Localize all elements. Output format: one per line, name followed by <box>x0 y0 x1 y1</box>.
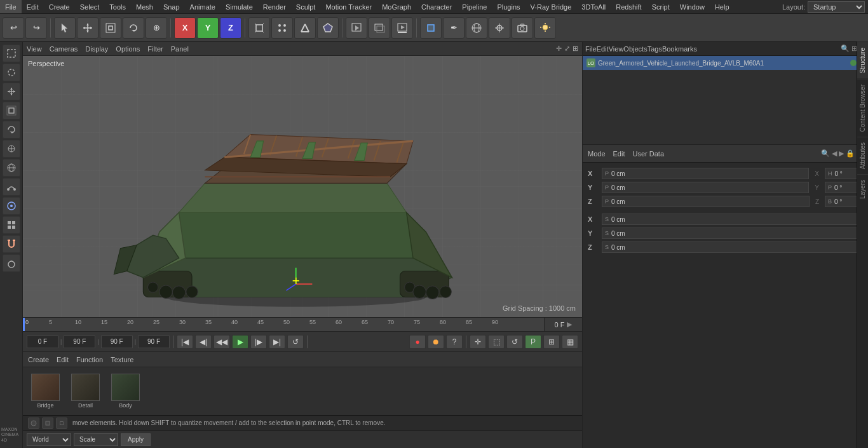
sidebar-selection-btn[interactable] <box>3 44 20 62</box>
render-animation-button[interactable] <box>391 17 413 39</box>
render-viewport-button[interactable] <box>346 17 367 39</box>
view-3d-button[interactable] <box>466 17 487 39</box>
vp-cameras-menu[interactable]: Cameras <box>50 45 78 53</box>
x-axis-button[interactable]: X <box>174 17 196 39</box>
object-mode-button[interactable] <box>248 17 270 39</box>
menu-create[interactable]: Create <box>44 0 75 13</box>
transform-mode-btn4[interactable]: P <box>525 335 541 349</box>
go-to-start-button[interactable]: |◀ <box>177 335 193 349</box>
vp-filter-menu[interactable]: Filter <box>147 45 163 53</box>
menu-mesh[interactable]: Mesh <box>131 0 158 13</box>
vtab-structure[interactable]: Structure <box>857 42 868 79</box>
material-create-menu[interactable]: Create <box>28 356 49 363</box>
attr-mode-menu[interactable]: Mode <box>588 150 606 158</box>
menu-file[interactable]: File <box>0 0 22 13</box>
sidebar-deform-btn[interactable] <box>3 178 20 196</box>
transform-button[interactable]: ⊕ <box>146 17 167 39</box>
menu-help[interactable]: Help <box>710 0 735 13</box>
vp-view-menu[interactable]: View <box>27 45 42 53</box>
material-swatch-body[interactable]: Body <box>108 374 143 409</box>
render-picture-viewer-button[interactable] <box>369 17 390 39</box>
record-autokey-button[interactable]: ⏺ <box>428 335 444 349</box>
view-perspective-button[interactable] <box>420 17 442 39</box>
scale-tool-button[interactable] <box>100 17 121 39</box>
select-tool-button[interactable] <box>54 17 76 39</box>
sidebar-material-btn[interactable] <box>3 159 20 177</box>
transform-mode-btn2[interactable]: ⬚ <box>488 335 505 349</box>
redo-button[interactable]: ↪ <box>25 17 47 39</box>
playback-end-frame[interactable] <box>64 336 95 348</box>
vp-display-menu[interactable]: Display <box>85 45 108 53</box>
menu-window[interactable]: Window <box>675 0 710 13</box>
vp-icon-grid[interactable]: ⊞ <box>573 44 578 53</box>
menu-sculpt[interactable]: Sculpt <box>291 0 321 13</box>
camera-button[interactable] <box>512 17 533 39</box>
menu-tools[interactable]: Tools <box>104 0 131 13</box>
playback-preview-end[interactable] <box>138 336 170 348</box>
snap-toggle-button[interactable] <box>489 17 510 39</box>
rp-view-menu[interactable]: View <box>609 45 624 53</box>
light-button[interactable] <box>534 17 556 39</box>
z-axis-button[interactable]: Z <box>220 17 241 39</box>
menu-pipeline[interactable]: Pipeline <box>457 0 492 13</box>
menu-select[interactable]: Select <box>75 0 105 13</box>
play-forward-button[interactable]: ▶ <box>232 335 248 349</box>
attr-edit-menu[interactable]: Edit <box>613 150 625 158</box>
vp-icon-crosshair[interactable]: ✛ <box>556 44 562 53</box>
view-pen-button[interactable]: ✒ <box>443 17 465 39</box>
play-reverse-button[interactable]: ◀◀ <box>214 335 230 349</box>
transform-mode-btn5[interactable]: ⊞ <box>543 335 560 349</box>
transform-mode-btn3[interactable]: ↺ <box>506 335 523 349</box>
attr-field-z-scale[interactable]: S 0 cm <box>602 241 863 253</box>
timeline-mode-btn[interactable]: ▦ <box>562 335 578 349</box>
status-icon-3[interactable]: □ <box>56 417 67 429</box>
record-button[interactable]: ● <box>409 335 426 349</box>
vtab-layers[interactable]: Layers <box>857 174 868 204</box>
sidebar-move-btn[interactable] <box>3 83 20 100</box>
menu-3dtoall[interactable]: 3DToAll <box>576 0 611 13</box>
attr-field-z-pos[interactable]: P 0 cm <box>602 196 810 207</box>
dot-visible[interactable] <box>850 60 857 66</box>
vtab-content-browser[interactable]: Content Browser <box>857 79 868 137</box>
sidebar-texture-btn[interactable] <box>3 197 20 215</box>
point-mode-button[interactable] <box>271 17 293 39</box>
sidebar-magnet-btn[interactable] <box>3 235 20 253</box>
attr-userdata-menu[interactable]: User Data <box>633 150 665 158</box>
material-edit-menu[interactable]: Edit <box>57 356 69 363</box>
timeline-ruler[interactable]: 0 5 10 15 20 25 30 35 40 45 50 55 60 65 … <box>23 317 582 331</box>
status-icon-1[interactable] <box>28 417 39 429</box>
vp-panel-menu[interactable]: Panel <box>171 45 189 53</box>
status-icon-2[interactable] <box>42 417 53 429</box>
menu-character[interactable]: Character <box>416 0 457 13</box>
viewport-canvas[interactable]: Perspective <box>23 56 582 317</box>
rp-search-icon[interactable]: 🔍 <box>841 44 850 53</box>
menu-animate[interactable]: Animate <box>185 0 220 13</box>
menu-simulate[interactable]: Simulate <box>220 0 258 13</box>
sidebar-array-btn[interactable] <box>3 216 20 234</box>
rp-tags-menu[interactable]: Tags <box>648 45 662 53</box>
y-axis-button[interactable]: Y <box>197 17 219 39</box>
menu-render[interactable]: Render <box>258 0 291 13</box>
attr-field-x-pos[interactable]: P 0 cm <box>602 168 809 179</box>
rp-file-menu[interactable]: File <box>585 45 597 53</box>
world-dropdown[interactable]: World Object Camera <box>27 433 71 446</box>
attr-field-x-scale[interactable]: S 0 cm <box>602 214 863 225</box>
edge-mode-button[interactable] <box>294 17 316 39</box>
go-to-end-button[interactable]: ▶| <box>269 335 285 349</box>
menu-motion-tracker[interactable]: Motion Tracker <box>320 0 377 13</box>
undo-button[interactable]: ↩ <box>3 17 24 39</box>
playback-start-frame[interactable] <box>27 336 58 348</box>
material-swatch-bridge[interactable]: Bridge <box>28 374 63 409</box>
rp-bookmarks-menu[interactable]: Bookmarks <box>662 45 697 53</box>
menu-script[interactable]: Script <box>647 0 675 13</box>
frame-nav-btn[interactable]: ▶ <box>567 320 572 329</box>
object-row-tank[interactable]: LO Green_Armored_Vehicle_Launched_Bridge… <box>583 56 868 70</box>
attr-nav-icon[interactable]: ◀ <box>832 149 837 158</box>
step-back-button[interactable]: ◀| <box>195 335 212 349</box>
transform-dropdown[interactable]: Scale Move Rotate <box>74 433 118 446</box>
sidebar-rotate-btn[interactable] <box>3 121 20 139</box>
sidebar-sculpt-btn[interactable] <box>3 254 20 272</box>
menu-plugins[interactable]: Plugins <box>492 0 525 13</box>
step-forward-button[interactable]: |▶ <box>250 335 267 349</box>
material-swatch-detail[interactable]: Detail <box>68 374 103 409</box>
